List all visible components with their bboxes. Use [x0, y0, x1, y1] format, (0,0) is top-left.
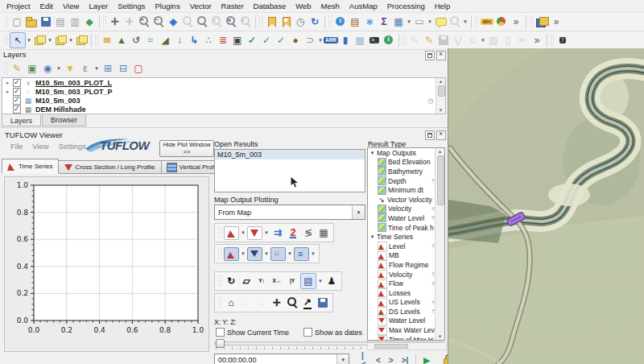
layers-float-icon[interactable] — [425, 51, 435, 60]
result-type-item[interactable]: Time of Max H2 — [368, 335, 444, 341]
terrain-tool-icon[interactable]: ▲ — [114, 33, 129, 48]
menu-vector[interactable]: Vector — [185, 1, 217, 11]
tree-group-time-series[interactable]: ▾Time Series — [368, 232, 444, 242]
deselect-features-icon-dropdown[interactable]: ▼ — [47, 38, 53, 43]
show-bookmarks-icon[interactable] — [279, 14, 293, 29]
grid-tool-icon[interactable]: ▦ — [353, 33, 367, 48]
clear-plot-icon[interactable]: ▱ — [239, 274, 254, 288]
zoom-plot-icon[interactable] — [285, 296, 299, 310]
timeseries-from-map-icon-dropdown[interactable]: ▼ — [240, 251, 246, 256]
result-type-item[interactable]: Minimum dt2 — [368, 185, 444, 195]
plot-gridlines-icon[interactable]: ▦ — [316, 225, 331, 240]
result-type-item[interactable]: Losses2 — [368, 288, 444, 298]
attribute-table-icon-dropdown[interactable]: ▼ — [406, 19, 412, 24]
remove-layer-icon[interactable]: ▢ — [131, 61, 146, 76]
arr-tool-icon[interactable]: ARR — [324, 33, 338, 48]
toolbar-overflow-2-icon[interactable]: » — [549, 14, 564, 29]
info-query-icon[interactable] — [382, 33, 396, 48]
save-project-icon[interactable] — [39, 14, 53, 29]
statistical-summary-icon[interactable]: ▤ — [348, 14, 362, 29]
panel-tab-layers[interactable]: Layers — [2, 114, 41, 126]
select-by-value-icon[interactable] — [53, 33, 68, 48]
result-type-item[interactable]: Velocity↑↑ 2 — [368, 270, 444, 279]
layers-scrollbar[interactable]: ▲ ▼ — [436, 78, 445, 114]
curtain-from-map-icon-dropdown[interactable]: ▼ — [287, 251, 293, 256]
menu-ausmap[interactable]: AusMap — [345, 1, 382, 11]
filter-expression-icon-dropdown[interactable]: ▼ — [93, 66, 100, 71]
play-button[interactable]: ▶ — [419, 353, 434, 364]
tuflow-float-icon[interactable] — [425, 130, 435, 140]
time-combobox[interactable]: 00:00:00.00 ▼ — [214, 354, 349, 364]
checkbox-box[interactable] — [216, 328, 225, 337]
add-layers-icon[interactable] — [535, 14, 549, 29]
console-tool-icon[interactable]: >_ — [367, 33, 382, 48]
curtain-from-map-icon[interactable] — [270, 247, 286, 261]
collapse-all-icon[interactable]: ⊟ — [116, 61, 130, 76]
stack-colors-icon[interactable]: ≣ — [216, 33, 230, 48]
menu-settings[interactable]: Settings — [113, 1, 150, 11]
layer-checkbox[interactable] — [13, 97, 21, 105]
result-type-item[interactable]: Max Water Lev2 — [368, 325, 444, 335]
tab-cross-section-long-profile[interactable]: Cross Section / Long Profile — [59, 160, 161, 174]
menu-help[interactable]: Help — [430, 1, 456, 11]
tab-time-series[interactable]: Time Series — [2, 159, 59, 174]
menu-project[interactable]: Project — [2, 1, 35, 11]
save-plot-icon[interactable] — [316, 296, 330, 310]
paperclip-icon-dropdown[interactable]: ▼ — [317, 38, 324, 43]
freeze-y-axis-icon[interactable]: Y↕ — [254, 274, 269, 288]
new-project-icon[interactable]: ▢ — [10, 14, 24, 29]
plot-flux-icon[interactable]: ⇉ — [270, 225, 285, 240]
measure-icon[interactable]: ▭ — [412, 14, 427, 29]
result-type-item[interactable]: Time of Peak h2 — [368, 223, 444, 233]
temporal-controller-icon[interactable]: ◷ — [293, 14, 308, 29]
zoom-last-icon[interactable]: ◂ — [224, 14, 238, 29]
hide-plot-window-button[interactable]: Hide Plot Window >> — [159, 140, 214, 157]
batch-plot-icon-dropdown[interactable]: ▼ — [310, 251, 316, 256]
water-tool-icon[interactable]: ≈ — [143, 33, 158, 48]
layer-row[interactable]: ▦DEM Hillshade — [2, 105, 445, 114]
user-plot-icon[interactable]: ♟ — [324, 274, 339, 288]
select-all-icon[interactable] — [74, 33, 89, 48]
new-bookmark-icon[interactable] — [264, 14, 279, 29]
legend-toggle-icon[interactable]: ▤ — [300, 273, 316, 289]
result-type-item[interactable]: Level↑↑ 2 — [368, 242, 444, 251]
layer-row[interactable]: ▸∴M10_5m_003_PLOT_P — [2, 87, 445, 96]
deselect-features-icon[interactable] — [32, 33, 47, 48]
download-tool-icon[interactable]: ↓ — [172, 33, 187, 48]
menu-database[interactable]: Database — [249, 1, 291, 11]
checkbox-show-as-dates[interactable]: Show as dates — [303, 328, 362, 337]
layout-manager-icon[interactable]: ▥ — [68, 14, 82, 29]
plot-timeseries-icon-dropdown[interactable]: ▼ — [240, 230, 246, 235]
result-type-item[interactable]: Velocity↑↑ 2 — [368, 205, 444, 214]
refresh-map-icon[interactable]: ↻ — [308, 14, 322, 29]
check-tool-2-icon[interactable]: ✓ — [259, 33, 274, 48]
identify-features-icon[interactable] — [333, 14, 348, 29]
checkbox-show-current-time[interactable]: Show Current Time — [216, 328, 289, 337]
collapse-arrow-icon[interactable]: ▾ — [369, 234, 375, 240]
labels-toolbar-icon[interactable]: abc — [480, 14, 494, 29]
collapse-arrow-icon[interactable]: ▾ — [369, 150, 375, 156]
result-type-item[interactable]: Water Level↑↑ 2 — [368, 213, 444, 223]
help-icon[interactable]: ? — [555, 33, 570, 48]
expand-all-icon[interactable]: ⊞ — [101, 61, 115, 76]
home-plot-icon[interactable]: ⌂ — [224, 296, 238, 310]
plot-flux-depth-icon[interactable]: ≶ — [301, 225, 316, 240]
checkbox-box[interactable] — [303, 328, 312, 337]
refresh-plot-icon[interactable]: ↻ — [224, 274, 238, 288]
result-type-item[interactable]: US Levels↑↑ 2 — [368, 298, 444, 308]
map-canvas[interactable] — [448, 48, 644, 364]
attribute-table-icon[interactable]: ▦ — [391, 14, 406, 29]
scroll-up-icon[interactable]: ▲ — [436, 79, 445, 84]
filter-expression-icon[interactable]: ε — [78, 61, 93, 76]
layer-checkbox[interactable] — [13, 105, 21, 114]
open-results-item[interactable]: M10_5m_003 — [215, 150, 365, 159]
map-tips-icon[interactable] — [433, 14, 448, 29]
new-print-layout-icon[interactable]: ▤ — [53, 14, 68, 29]
pan-plot-icon[interactable]: ✛ — [270, 296, 284, 310]
georeferencer-icon[interactable]: ↺ — [129, 33, 143, 48]
tcf-tool-icon[interactable]: ∴ — [201, 33, 216, 48]
first-timestep-button[interactable]: |< — [357, 351, 372, 364]
check-tool-3-icon[interactable]: ✓ — [274, 33, 288, 48]
menu-mesh[interactable]: Mesh — [316, 1, 345, 11]
profile-tool-icon[interactable]: ◢ — [158, 33, 172, 48]
